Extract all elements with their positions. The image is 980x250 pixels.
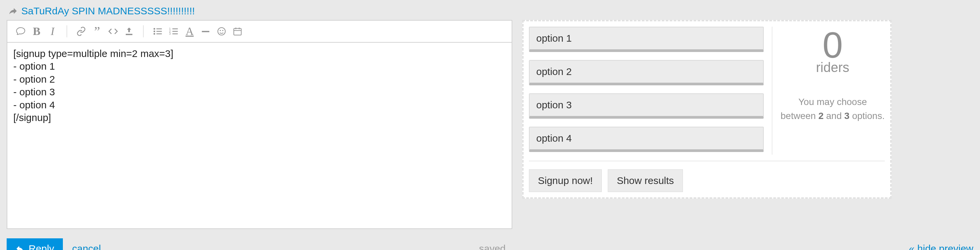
bullet-list-icon[interactable] — [150, 24, 165, 38]
cancel-link[interactable]: cancel — [72, 243, 101, 250]
horizontal-rule-icon[interactable] — [197, 24, 213, 38]
numbered-list-icon[interactable]: 123 — [165, 24, 181, 38]
signup-option[interactable]: option 2 — [529, 60, 764, 85]
link-icon[interactable] — [73, 24, 89, 38]
info-column: 0 riders You may choose between 2 and 3 … — [772, 27, 885, 155]
signup-option[interactable]: option 4 — [529, 127, 764, 152]
options-column: option 1 option 2 option 3 option 4 — [529, 27, 772, 155]
svg-point-0 — [154, 28, 155, 30]
reply-button[interactable]: Reply — [6, 238, 63, 250]
code-icon[interactable] — [105, 24, 121, 38]
quote-icon[interactable]: ” — [89, 24, 105, 38]
svg-rect-12 — [202, 31, 210, 32]
rider-label: riders — [780, 60, 885, 75]
reply-context: SaTuRdAy SPIN MADNESSSSS!!!!!!!!!! — [6, 3, 974, 20]
svg-point-15 — [222, 30, 224, 31]
svg-rect-11 — [172, 33, 178, 34]
toolbar-divider-2 — [143, 25, 144, 37]
bold-button[interactable]: B — [29, 24, 45, 38]
reply-icon — [15, 244, 25, 250]
hide-preview-link[interactable]: « hide preview — [909, 243, 974, 250]
svg-rect-3 — [156, 28, 162, 29]
signup-now-button[interactable]: Signup now! — [529, 169, 602, 192]
calendar-icon[interactable] — [229, 24, 245, 38]
svg-point-14 — [220, 30, 221, 31]
upload-icon[interactable] — [121, 24, 137, 38]
toolbar-divider — [67, 25, 67, 37]
signup-option[interactable]: option 1 — [529, 27, 764, 52]
editor-toolbar: B I ” — [7, 21, 512, 43]
italic-button[interactable]: I — [45, 24, 60, 38]
svg-rect-10 — [172, 31, 178, 32]
svg-point-1 — [154, 30, 155, 32]
emoji-icon[interactable] — [213, 24, 229, 38]
svg-rect-4 — [156, 31, 162, 32]
svg-text:3: 3 — [169, 32, 171, 35]
text-style-button[interactable]: A — [181, 24, 197, 38]
svg-rect-9 — [172, 28, 178, 29]
signup-option[interactable]: option 3 — [529, 93, 764, 119]
svg-rect-5 — [156, 33, 162, 34]
constraint-text: You may choose between 2 and 3 options. — [780, 95, 885, 123]
editor-pane: B I ” — [6, 20, 512, 229]
preview-pane: option 1 option 2 option 3 option 4 0 ri… — [522, 20, 891, 199]
svg-rect-16 — [234, 28, 242, 35]
rider-count: 0 — [780, 27, 885, 63]
saved-status: saved — [479, 243, 506, 250]
show-results-button[interactable]: Show results — [608, 169, 683, 192]
editor-textarea[interactable] — [7, 43, 512, 226]
svg-point-13 — [218, 28, 226, 35]
svg-point-2 — [154, 33, 155, 35]
reply-arrow-icon — [8, 6, 18, 16]
topic-title-link[interactable]: SaTuRdAy SPIN MADNESSSSS!!!!!!!!!! — [21, 5, 195, 17]
footer: Reply cancel saved « hide preview — [6, 238, 974, 250]
speech-bubble-icon[interactable] — [13, 24, 29, 38]
